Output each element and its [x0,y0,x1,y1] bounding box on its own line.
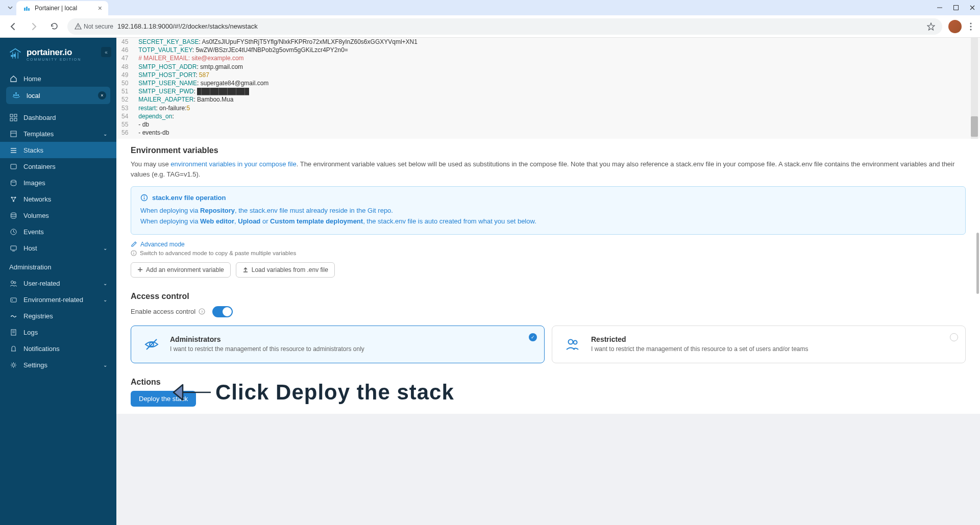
nav-item-dashboard[interactable]: Dashboard [0,109,116,126]
nav-item-stacks[interactable]: Stacks [0,142,116,158]
security-indicator[interactable]: Not secure [75,23,113,30]
nav-home[interactable]: Home [0,70,116,87]
nav-admin-logs[interactable]: Logs [0,324,116,340]
nav-icon [9,279,17,287]
svg-line-56 [146,339,157,349]
nav-item-images[interactable]: Images [0,174,116,191]
svg-rect-4 [954,6,959,10]
nav-icon [9,146,17,154]
nav-item-host[interactable]: Host⌄ [0,240,116,256]
svg-rect-18 [17,94,19,96]
svg-point-46 [12,364,15,366]
window-controls [936,4,976,11]
sidebar-collapse-button[interactable]: « [101,47,111,57]
main-content: 454647484950515253545556 SECRET_KEY_BASE… [116,38,980,525]
nav-reload-button[interactable] [47,19,61,34]
nav-icon [9,344,17,353]
chevron-down-icon: ⌄ [103,297,107,303]
svg-point-51 [133,252,134,252]
access-card-restricted[interactable]: Restricted I want to restrict the manage… [552,326,966,363]
nav-forward-button[interactable] [27,19,41,34]
bookmark-star-icon[interactable] [927,22,935,31]
nav-admin-settings[interactable]: Settings⌄ [0,357,116,373]
editor-scrollbar[interactable] [971,38,978,139]
page-scrollbar[interactable] [976,233,979,294]
svg-point-57 [569,339,573,344]
profile-avatar[interactable] [948,20,962,33]
svg-rect-0 [24,8,26,11]
tab-dropdown[interactable] [4,2,16,14]
window-close-icon[interactable] [969,4,976,11]
check-icon: ✓ [529,333,537,341]
nav-icon [9,130,17,138]
svg-point-9 [970,29,972,30]
tab-close-icon[interactable]: × [98,4,102,12]
nav-item-volumes[interactable]: Volumes [0,207,116,223]
svg-rect-23 [11,131,16,137]
load-env-file-button[interactable]: Load variables from .env file [236,262,335,278]
nav-icon [9,295,17,304]
url-text: 192.168.1.18:9000/#!/2/docker/stacks/new… [117,22,923,30]
environment-badge[interactable]: local × [6,87,110,104]
svg-point-33 [11,213,16,215]
docker-icon [12,91,21,100]
nav-icon [9,113,17,121]
info-small-icon [131,250,137,256]
deploy-stack-button[interactable]: Deploy the stack [131,391,196,407]
nav-back-button[interactable] [6,19,20,34]
access-card-administrators[interactable]: Administrators I want to restrict the ma… [131,326,545,363]
svg-rect-21 [10,118,13,121]
advanced-mode-link[interactable]: Advanced mode [131,241,966,248]
window-minimize-icon[interactable] [936,4,943,11]
edit-icon [131,241,137,247]
url-bar[interactable]: Not secure 192.168.1.18:9000/#!/2/docker… [67,18,942,35]
window-maximize-icon[interactable] [952,4,960,11]
svg-rect-35 [11,246,16,250]
users-icon [564,335,582,354]
access-control-toggle[interactable] [212,306,233,317]
svg-rect-14 [14,54,16,57]
env-close-icon[interactable]: × [98,91,106,99]
info-icon [140,194,148,202]
nav-icon [9,328,17,336]
add-env-var-button[interactable]: Add an environment variable [131,262,231,278]
browser-tab-bar: Portainer | local × [0,0,980,15]
nav-item-templates[interactable]: Templates⌄ [0,126,116,142]
upload-icon [242,267,249,273]
compose-editor[interactable]: 454647484950515253545556 SECRET_KEY_BASE… [116,38,980,139]
help-icon[interactable]: ? [199,308,205,315]
nav-admin-user-related[interactable]: User-related⌄ [0,275,116,291]
browser-menu-icon[interactable] [968,20,974,33]
browser-tab[interactable]: Portainer | local × [16,1,108,15]
svg-point-29 [11,180,16,182]
svg-rect-2 [28,8,30,11]
nav-icon [9,179,17,187]
warning-icon [75,23,82,30]
nav-admin-registries[interactable]: Registries [0,308,116,324]
svg-point-8 [970,26,972,27]
svg-rect-22 [14,118,17,121]
stackenv-info-alert: stack.env file operation When deploying … [131,186,966,235]
chevron-down-icon: ⌄ [103,131,107,137]
admin-section-title: Administration [0,256,116,275]
nav-admin-environment-related[interactable]: Environment-related⌄ [0,291,116,308]
nav-icon [9,211,17,219]
radio-unchecked-icon [950,333,958,341]
nav-item-containers[interactable]: Containers [0,158,116,174]
nav-admin-notifications[interactable]: Notifications [0,340,116,357]
svg-point-37 [11,281,13,283]
code-body[interactable]: SECRET_KEY_BASE: As0fZsJlUpuFYSthRjT5Yfl… [133,38,980,139]
svg-rect-28 [11,164,16,169]
code-gutter: 454647484950515253545556 [116,38,133,139]
svg-point-41 [11,316,12,317]
svg-rect-1 [26,7,28,11]
eye-off-icon [142,335,161,354]
env-help-link[interactable]: environment variables in your compose fi… [170,160,296,168]
nav-icon [9,228,17,236]
chevron-down-icon: ⌄ [103,362,107,368]
chevron-down-icon: ⌄ [103,281,107,286]
sidebar-logo: portainer.io COMMUNITY EDITION « [0,45,116,70]
nav-icon [9,361,17,369]
nav-item-networks[interactable]: Networks [0,191,116,207]
nav-item-events[interactable]: Events [0,223,116,240]
